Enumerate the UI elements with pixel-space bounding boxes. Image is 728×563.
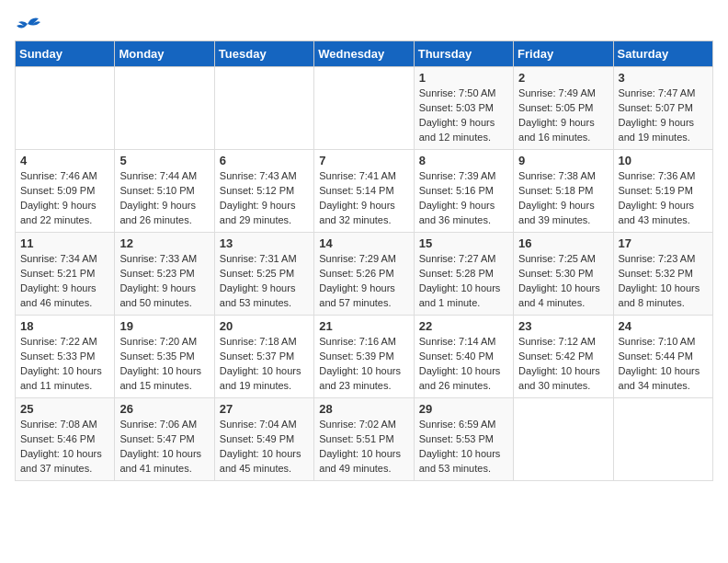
day-number: 21 — [319, 319, 408, 333]
day-info: Sunrise: 7:12 AM Sunset: 5:42 PM Dayligh… — [518, 335, 608, 394]
day-number: 19 — [119, 319, 209, 333]
calendar-cell: 2Sunrise: 7:49 AM Sunset: 5:05 PM Daylig… — [514, 67, 613, 150]
calendar-cell: 13Sunrise: 7:31 AM Sunset: 5:25 PM Dayli… — [214, 233, 313, 316]
day-number: 10 — [619, 154, 708, 167]
day-info: Sunrise: 7:06 AM Sunset: 5:47 PM Dayligh… — [119, 418, 209, 477]
day-number: 16 — [518, 236, 608, 250]
calendar-cell: 7Sunrise: 7:41 AM Sunset: 5:14 PM Daylig… — [314, 150, 414, 233]
header — [15, 15, 713, 33]
day-info: Sunrise: 7:18 AM Sunset: 5:37 PM Dayligh… — [220, 335, 309, 394]
day-info: Sunrise: 7:33 AM Sunset: 5:23 PM Dayligh… — [119, 252, 209, 311]
day-number: 7 — [319, 154, 408, 167]
calendar-cell — [613, 398, 712, 481]
logo — [15, 15, 42, 33]
logo-bird-icon — [15, 15, 40, 33]
day-info: Sunrise: 7:14 AM Sunset: 5:40 PM Dayligh… — [419, 335, 508, 394]
day-number: 15 — [419, 236, 508, 250]
calendar-cell: 28Sunrise: 7:02 AM Sunset: 5:51 PM Dayli… — [314, 398, 414, 481]
day-number: 18 — [20, 319, 109, 333]
day-number: 29 — [419, 402, 508, 416]
calendar-cell: 24Sunrise: 7:10 AM Sunset: 5:44 PM Dayli… — [613, 316, 712, 398]
day-info: Sunrise: 7:10 AM Sunset: 5:44 PM Dayligh… — [619, 335, 708, 394]
day-info: Sunrise: 7:22 AM Sunset: 5:33 PM Dayligh… — [20, 335, 109, 394]
day-number: 6 — [220, 154, 309, 167]
day-info: Sunrise: 7:23 AM Sunset: 5:32 PM Dayligh… — [619, 252, 708, 311]
calendar-cell: 22Sunrise: 7:14 AM Sunset: 5:40 PM Dayli… — [414, 316, 513, 398]
day-info: Sunrise: 7:04 AM Sunset: 5:49 PM Dayligh… — [220, 418, 309, 477]
calendar-cell: 10Sunrise: 7:36 AM Sunset: 5:19 PM Dayli… — [613, 150, 712, 233]
day-number: 4 — [20, 154, 109, 167]
day-number: 23 — [518, 319, 608, 333]
day-number: 12 — [119, 236, 209, 250]
day-info: Sunrise: 7:02 AM Sunset: 5:51 PM Dayligh… — [319, 418, 408, 477]
calendar-cell — [314, 67, 414, 150]
calendar-cell: 9Sunrise: 7:38 AM Sunset: 5:18 PM Daylig… — [514, 150, 613, 233]
day-number: 9 — [518, 154, 608, 167]
weekday-header-saturday: Saturday — [613, 41, 712, 67]
day-number: 8 — [419, 154, 508, 167]
day-number: 17 — [619, 236, 708, 250]
calendar-cell: 8Sunrise: 7:39 AM Sunset: 5:16 PM Daylig… — [414, 150, 513, 233]
day-info: Sunrise: 7:50 AM Sunset: 5:03 PM Dayligh… — [419, 86, 508, 145]
calendar-cell: 21Sunrise: 7:16 AM Sunset: 5:39 PM Dayli… — [314, 316, 414, 398]
day-number: 14 — [319, 236, 408, 250]
day-number: 28 — [319, 402, 408, 416]
day-info: Sunrise: 7:36 AM Sunset: 5:19 PM Dayligh… — [619, 169, 708, 228]
day-number: 13 — [220, 236, 309, 250]
weekday-header-friday: Friday — [514, 41, 613, 67]
day-number: 1 — [419, 71, 508, 85]
calendar-cell: 4Sunrise: 7:46 AM Sunset: 5:09 PM Daylig… — [16, 150, 115, 233]
calendar-cell: 14Sunrise: 7:29 AM Sunset: 5:26 PM Dayli… — [314, 233, 414, 316]
day-info: Sunrise: 7:31 AM Sunset: 5:25 PM Dayligh… — [220, 252, 309, 311]
calendar-cell: 3Sunrise: 7:47 AM Sunset: 5:07 PM Daylig… — [613, 67, 712, 150]
day-info: Sunrise: 7:20 AM Sunset: 5:35 PM Dayligh… — [119, 335, 209, 394]
day-number: 3 — [619, 71, 708, 85]
calendar-cell: 17Sunrise: 7:23 AM Sunset: 5:32 PM Dayli… — [613, 233, 712, 316]
day-info: Sunrise: 7:34 AM Sunset: 5:21 PM Dayligh… — [20, 252, 109, 311]
day-info: Sunrise: 7:47 AM Sunset: 5:07 PM Dayligh… — [619, 86, 708, 145]
weekday-header-thursday: Thursday — [414, 41, 513, 67]
day-number: 22 — [419, 319, 508, 333]
calendar-cell: 25Sunrise: 7:08 AM Sunset: 5:46 PM Dayli… — [16, 398, 115, 481]
calendar-cell: 6Sunrise: 7:43 AM Sunset: 5:12 PM Daylig… — [214, 150, 313, 233]
calendar-cell: 12Sunrise: 7:33 AM Sunset: 5:23 PM Dayli… — [115, 233, 214, 316]
day-number: 24 — [619, 319, 708, 333]
calendar-cell: 5Sunrise: 7:44 AM Sunset: 5:10 PM Daylig… — [115, 150, 214, 233]
day-info: Sunrise: 7:46 AM Sunset: 5:09 PM Dayligh… — [20, 169, 109, 228]
day-info: Sunrise: 7:08 AM Sunset: 5:46 PM Dayligh… — [20, 418, 109, 477]
calendar-cell: 1Sunrise: 7:50 AM Sunset: 5:03 PM Daylig… — [414, 67, 513, 150]
calendar-cell: 18Sunrise: 7:22 AM Sunset: 5:33 PM Dayli… — [16, 316, 115, 398]
day-info: Sunrise: 7:27 AM Sunset: 5:28 PM Dayligh… — [419, 252, 508, 311]
day-number: 27 — [220, 402, 309, 416]
weekday-header-monday: Monday — [115, 41, 214, 67]
calendar-cell: 16Sunrise: 7:25 AM Sunset: 5:30 PM Dayli… — [514, 233, 613, 316]
calendar-cell: 11Sunrise: 7:34 AM Sunset: 5:21 PM Dayli… — [16, 233, 115, 316]
calendar-cell — [115, 67, 214, 150]
day-info: Sunrise: 7:29 AM Sunset: 5:26 PM Dayligh… — [319, 252, 408, 311]
calendar-cell: 26Sunrise: 7:06 AM Sunset: 5:47 PM Dayli… — [115, 398, 214, 481]
calendar-cell — [514, 398, 613, 481]
weekday-header-sunday: Sunday — [16, 41, 115, 67]
calendar-cell: 19Sunrise: 7:20 AM Sunset: 5:35 PM Dayli… — [115, 316, 214, 398]
weekday-header-wednesday: Wednesday — [314, 41, 414, 67]
calendar-cell — [214, 67, 313, 150]
day-info: Sunrise: 7:41 AM Sunset: 5:14 PM Dayligh… — [319, 169, 408, 228]
day-info: Sunrise: 7:43 AM Sunset: 5:12 PM Dayligh… — [220, 169, 309, 228]
day-info: Sunrise: 7:16 AM Sunset: 5:39 PM Dayligh… — [319, 335, 408, 394]
calendar-table: SundayMondayTuesdayWednesdayThursdayFrid… — [15, 40, 713, 481]
day-number: 11 — [20, 236, 109, 250]
calendar-cell: 27Sunrise: 7:04 AM Sunset: 5:49 PM Dayli… — [214, 398, 313, 481]
calendar-cell — [16, 67, 115, 150]
day-number: 25 — [20, 402, 109, 416]
calendar-cell: 15Sunrise: 7:27 AM Sunset: 5:28 PM Dayli… — [414, 233, 513, 316]
day-info: Sunrise: 7:39 AM Sunset: 5:16 PM Dayligh… — [419, 169, 508, 228]
day-number: 2 — [518, 71, 608, 85]
day-number: 26 — [119, 402, 209, 416]
calendar-cell: 29Sunrise: 6:59 AM Sunset: 5:53 PM Dayli… — [414, 398, 513, 481]
day-info: Sunrise: 7:44 AM Sunset: 5:10 PM Dayligh… — [119, 169, 209, 228]
day-info: Sunrise: 7:38 AM Sunset: 5:18 PM Dayligh… — [518, 169, 608, 228]
calendar-cell: 23Sunrise: 7:12 AM Sunset: 5:42 PM Dayli… — [514, 316, 613, 398]
calendar-cell: 20Sunrise: 7:18 AM Sunset: 5:37 PM Dayli… — [214, 316, 313, 398]
weekday-header-tuesday: Tuesday — [214, 41, 313, 67]
day-info: Sunrise: 7:49 AM Sunset: 5:05 PM Dayligh… — [518, 86, 608, 145]
